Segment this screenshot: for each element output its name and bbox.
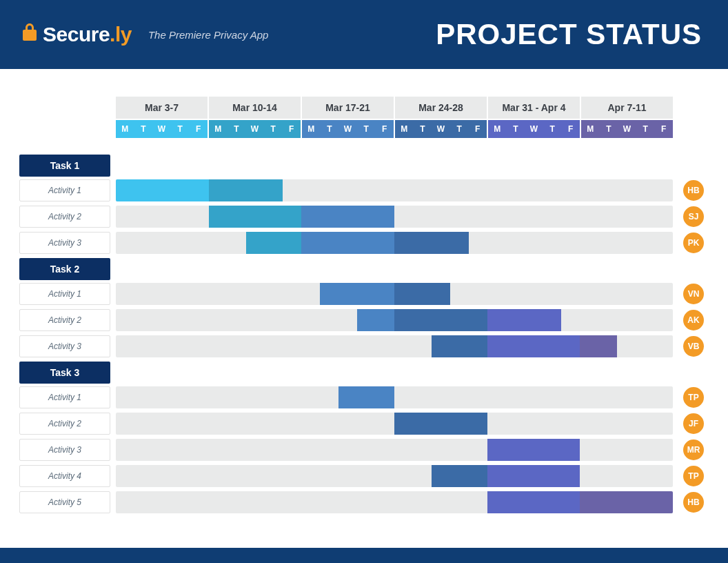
assignee-cell: HB [678, 491, 709, 513]
day-label: T [264, 120, 283, 138]
day-label: T [228, 120, 246, 138]
activity-track [116, 232, 673, 254]
gantt-bar [432, 335, 487, 357]
activity-label: Activity 3 [19, 439, 110, 461]
week-days: MTWTF [581, 120, 673, 138]
day-label: T [507, 120, 525, 138]
activity-label: Activity 2 [19, 413, 110, 435]
week-label: Mar 17-21 [302, 97, 394, 119]
gantt-bar [320, 283, 394, 305]
assignee-cell: VB [678, 335, 709, 357]
footer-bar [0, 548, 728, 563]
gantt-bar [246, 232, 302, 254]
spacer [116, 362, 709, 384]
task-header: Task 1 [19, 155, 110, 177]
gantt-bar [394, 309, 487, 331]
assignee-badge: VN [683, 284, 704, 304]
day-label: M [395, 120, 414, 138]
activity-track [116, 283, 673, 305]
activity-label: Activity 2 [19, 206, 110, 228]
day-label: F [561, 120, 580, 138]
assignee-badge: SJ [683, 206, 704, 227]
gantt-bar [209, 206, 302, 228]
week-days: MTWTF [116, 120, 208, 138]
day-label: W [432, 120, 450, 138]
lock-icon [22, 23, 37, 46]
assignee-cell: AK [678, 309, 709, 331]
task-header: Task 2 [19, 258, 110, 280]
day-label: M [209, 120, 228, 138]
activity-label: Activity 1 [19, 179, 110, 201]
week-days: MTWTF [302, 120, 394, 138]
activity-label: Activity 4 [19, 465, 110, 487]
spacer [678, 120, 709, 155]
day-label: T [134, 120, 153, 138]
brand: Secure.ly The Premiere Privacy App [22, 23, 268, 46]
spacer [116, 155, 709, 177]
day-label: F [282, 120, 301, 138]
day-label: T [414, 120, 432, 138]
assignee-cell: PK [678, 232, 709, 254]
spacer [19, 97, 110, 120]
weeks-header: Mar 3-7Mar 10-14Mar 17-21Mar 24-28Mar 31… [116, 97, 673, 119]
assignee-cell: TP [678, 465, 709, 487]
day-label: T [171, 120, 190, 138]
day-label: M [116, 120, 134, 138]
activity-label: Activity 3 [19, 335, 110, 357]
gantt-bar [487, 309, 562, 331]
week-label: Mar 24-28 [395, 97, 487, 119]
gantt-bar [394, 413, 487, 435]
gantt-bar [301, 232, 394, 254]
activity-track [116, 439, 673, 461]
activity-track [116, 206, 673, 228]
assignee-cell: VN [678, 283, 709, 305]
day-label: F [189, 120, 208, 138]
week-days: MTWTF [209, 120, 301, 138]
gantt-chart: Mar 3-7Mar 10-14Mar 17-21Mar 24-28Mar 31… [19, 97, 709, 517]
day-label: M [581, 120, 600, 138]
brand-suffix: .ly [110, 23, 132, 46]
day-label: T [636, 120, 655, 138]
assignee-cell: SJ [678, 206, 709, 228]
day-label: F [375, 120, 394, 138]
week-label: Apr 7-11 [581, 97, 673, 119]
gantt-bar [487, 491, 580, 513]
activity-label: Activity 5 [19, 491, 110, 513]
gantt-bar [394, 232, 469, 254]
gantt-bar [338, 386, 394, 408]
activity-label: Activity 2 [19, 309, 110, 331]
gantt-bar [394, 283, 450, 305]
day-label: T [600, 120, 618, 138]
task-header: Task 3 [19, 362, 110, 384]
week-label: Mar 3-7 [116, 97, 208, 119]
activity-track [116, 491, 673, 513]
day-label: M [302, 120, 321, 138]
spacer [116, 258, 709, 280]
spacer [19, 120, 110, 155]
assignee-badge: AK [683, 310, 704, 330]
assignee-badge: TP [683, 387, 704, 408]
gantt-bar [580, 335, 617, 357]
gantt-bar [487, 465, 580, 487]
day-label: F [654, 120, 673, 138]
day-label: T [450, 120, 469, 138]
assignee-badge: JF [683, 413, 704, 434]
week-days: MTWTF [395, 120, 487, 138]
assignee-badge: VB [683, 336, 704, 357]
day-label: W [245, 120, 264, 138]
activity-track [116, 386, 673, 408]
brand-main: Secure [43, 23, 110, 46]
assignee-badge: HB [683, 180, 704, 201]
assignee-cell: MR [678, 439, 709, 461]
app-header: Secure.ly The Premiere Privacy App PROJE… [0, 0, 728, 69]
assignee-badge: TP [683, 466, 704, 486]
gantt-bar [487, 335, 580, 357]
page-title: PROJECT STATUS [436, 18, 702, 51]
day-label: W [618, 120, 636, 138]
gantt-bar [580, 491, 673, 513]
day-label: T [543, 120, 562, 138]
brand-tagline: The Premiere Privacy App [148, 29, 269, 41]
activity-track [116, 179, 673, 201]
assignee-badge: PK [683, 233, 704, 253]
day-label: F [468, 120, 487, 138]
